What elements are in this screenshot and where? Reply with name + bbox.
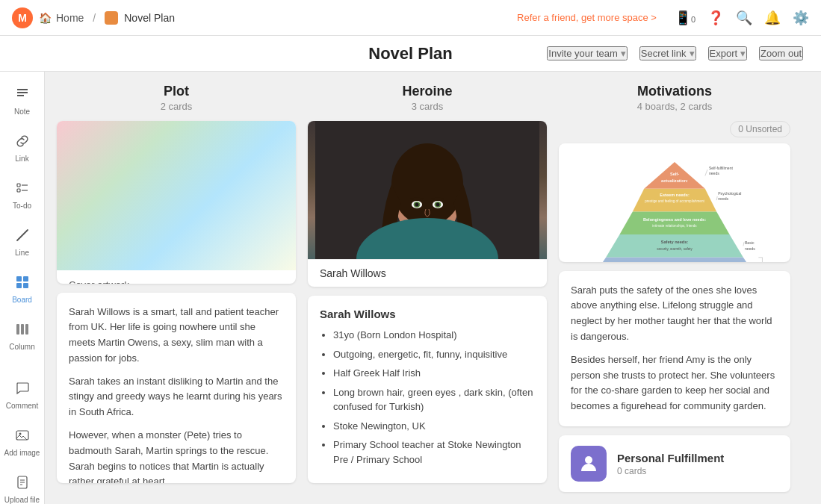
invite-label: Invite your team [548,48,618,59]
moti-col-count: 4 boards, 2 cards [559,101,790,112]
heroine-col-count: 3 cards [308,101,547,112]
sidebar-item-upload[interactable]: Upload file [0,469,44,504]
svg-line-41 [705,169,707,175]
note-icon [15,87,30,105]
svg-rect-2 [17,95,24,96]
svg-rect-13 [21,324,24,335]
home-label: Home [56,12,84,24]
svg-text:Self-: Self- [670,172,679,176]
svg-text:Belongingness and love needs:: Belongingness and love needs: [643,217,706,222]
zoom-out-button[interactable]: Zoom out [759,46,803,60]
sub-header: Novel Plan Invite your team ▾ Secret lin… [0,36,821,72]
heroine-col-header: Heroine 3 cards [308,84,547,112]
svg-rect-12 [16,324,19,335]
export-button[interactable]: Export ▾ [708,46,748,60]
svg-point-34 [436,203,440,207]
svg-point-28 [391,143,463,225]
sidebar-item-comment[interactable]: Comment [0,375,44,416]
refer-link[interactable]: Refer a friend, get more space > [517,12,657,23]
pf-count: 0 cards [617,466,724,476]
sidebar-item-note[interactable]: Note [0,81,44,122]
svg-rect-11 [23,283,28,288]
personal-fulfillment-card: Personal Fulfillment 0 cards [559,435,790,492]
home-link[interactable]: 🏠 Home [39,12,84,24]
plot-cover-image [57,121,296,270]
moti-para-1: Sarah puts the safety of the ones she lo… [571,283,778,345]
pf-info: Personal Fulfillment 0 cards [617,452,724,476]
heroine-photo-image [308,121,547,259]
link-icon [15,134,30,152]
svg-point-16 [19,433,21,435]
main-area: Note Link To-do Line Board [0,72,821,504]
plot-col-count: 2 cards [57,101,296,112]
sidebar-line-label: Line [15,249,29,257]
secret-link-button[interactable]: Secret link ▾ [639,46,696,60]
export-arrow-icon: ▾ [740,48,746,59]
settings-icon[interactable]: ⚙️ [793,10,809,26]
heroine-info-card: Sarah Willows 31yo (Born London Hospital… [308,296,547,483]
device-icon[interactable]: 📱0 [675,10,695,26]
invite-team-button[interactable]: Invite your team ▾ [547,46,628,60]
zoom-label: Zoom out [760,48,802,59]
svg-line-47 [716,196,717,200]
unsorted-badge: 0 Unsorted [730,121,790,137]
svg-text:Safety needs:: Safety needs: [661,240,689,244]
page-title: Novel Plan [368,44,452,63]
moti-col-header: Motivations 4 boards, 2 cards [559,84,790,112]
motivations-column: Motivations 4 boards, 2 cards 0 Unsorted… [559,84,790,492]
plot-image-card: Cover artwork [57,121,296,284]
svg-marker-48 [619,211,729,234]
comment-icon [15,381,30,399]
svg-text:Basic: Basic [745,240,755,245]
heroine-bullet-1: Outgoing, energetic, fit, funny, inquisi… [333,347,535,362]
svg-marker-51 [606,234,743,258]
svg-point-31 [415,203,419,207]
svg-text:Psychological: Psychological [718,191,741,196]
sub-header-actions: Invite your team ▾ Secret link ▾ Export … [547,46,803,60]
sidebar-comment-label: Comment [6,402,38,410]
sidebar: Note Link To-do Line Board [0,72,45,504]
help-icon[interactable]: ❓ [707,10,724,26]
svg-text:Esteem needs:: Esteem needs: [660,193,690,197]
svg-rect-0 [17,89,28,90]
export-label: Export [710,48,738,59]
sidebar-item-todo[interactable]: To-do [0,175,44,216]
svg-text:intimate relationships, friend: intimate relationships, friends [652,224,697,228]
app-logo: M [12,7,33,28]
heroine-column: Heroine 3 cards [308,84,547,492]
top-nav: M 🏠 Home / Novel Plan Refer a friend, ge… [0,0,821,36]
svg-point-64 [585,456,592,464]
pf-icon [571,446,607,482]
plot-text-content: Sarah Willows is a smart, tall and patie… [57,293,296,484]
invite-arrow-icon: ▾ [621,48,626,59]
heroine-card-name: Sarah Willows [308,259,547,287]
add-image-icon [15,428,30,447]
svg-text:security, warmth, safety: security, warmth, safety [657,247,693,251]
sidebar-item-line[interactable]: Line [0,222,44,263]
notifications-icon[interactable]: 🔔 [764,10,781,26]
heroine-bullet-2: Half Greek Half Irish [333,366,535,381]
svg-rect-3 [17,184,20,187]
heroine-bullet-0: 31yo (Born London Hospital) [333,328,535,343]
sidebar-todo-label: To-do [13,202,31,210]
heroine-col-title: Heroine [308,84,547,99]
sidebar-item-link[interactable]: Link [0,128,44,169]
sidebar-item-add-image[interactable]: Add image [0,422,44,463]
home-icon: 🏠 [39,12,52,24]
sidebar-item-column[interactable]: Column [0,316,44,357]
board-icon [15,275,30,293]
svg-text:actualization:: actualization: [661,178,688,183]
column-icon [15,322,30,340]
moti-para-2: Besides herself, her friend Amy is the o… [571,352,778,414]
svg-text:needs: needs [718,196,728,201]
svg-line-7 [17,230,28,240]
sidebar-column-label: Column [9,343,34,351]
svg-rect-10 [16,283,22,288]
todo-icon [15,181,30,199]
plot-col-header: Plot 2 cards [57,84,296,112]
search-icon[interactable]: 🔍 [736,10,752,26]
svg-rect-14 [25,324,28,335]
heroine-bullet-5: Primary School teacher at Stoke Newingto… [333,438,535,467]
secret-arrow-icon: ▾ [690,48,695,59]
sidebar-item-board[interactable]: Board [0,269,44,310]
